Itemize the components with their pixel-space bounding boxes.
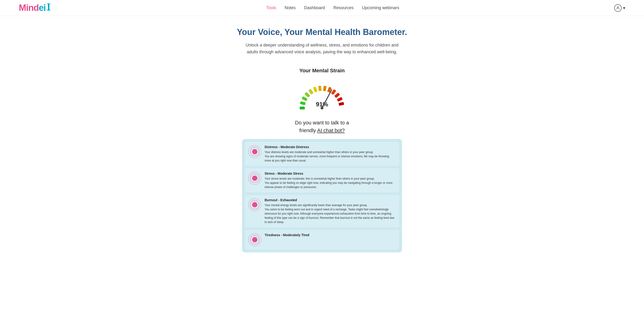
result-title-tiredness: Tiredness - Moderately Tired bbox=[264, 233, 396, 237]
hero-title: Your Voice, Your Mental Health Barometer… bbox=[5, 27, 639, 37]
result-card-distress: Distress - Moderate Distress Your distre… bbox=[245, 142, 399, 166]
svg-rect-11 bbox=[308, 89, 314, 94]
svg-point-6 bbox=[617, 6, 618, 8]
pulse-icon-burnout bbox=[248, 198, 261, 211]
result-desc1-burnout: Your mental energy levels are significan… bbox=[264, 203, 396, 207]
logo[interactable]: Mindei bbox=[19, 3, 51, 13]
svg-rect-13 bbox=[318, 85, 322, 91]
nav-notes[interactable]: Notes bbox=[284, 5, 296, 10]
result-card-burnout: Burnout - Exhausted Your mental energy l… bbox=[245, 195, 399, 227]
result-desc1-distress: Your distress levels are moderate and so… bbox=[264, 150, 396, 154]
pulse-icon-stress bbox=[248, 172, 261, 185]
gauge-section: Your Mental Strain bbox=[0, 68, 644, 115]
result-card-stress: Stress - Moderate Stress Your stress lev… bbox=[245, 168, 399, 192]
svg-rect-19 bbox=[338, 102, 344, 106]
results-container: Distress - Moderate Distress Your distre… bbox=[242, 139, 402, 252]
user-menu[interactable]: ▾ bbox=[614, 4, 625, 12]
svg-rect-10 bbox=[304, 92, 310, 98]
svg-rect-7 bbox=[300, 107, 305, 109]
gauge-label: Your Mental Strain bbox=[0, 68, 644, 74]
result-desc1-stress: Your stress levels are moderate; this is… bbox=[264, 176, 396, 181]
svg-rect-12 bbox=[313, 86, 318, 92]
gauge-container: 91% bbox=[292, 77, 352, 115]
user-chevron-icon: ▾ bbox=[623, 5, 625, 10]
svg-rect-18 bbox=[337, 97, 343, 102]
result-desc2-burnout: You seem to be feeling worn out and in u… bbox=[264, 207, 396, 224]
user-avatar-icon bbox=[614, 4, 622, 12]
hero-subtitle: Unlock a deeper understanding of wellnes… bbox=[242, 42, 402, 55]
nav-links: Tools Notes Dashboard Resources Upcoming… bbox=[266, 5, 399, 10]
nav-resources[interactable]: Resources bbox=[333, 5, 354, 10]
pulse-icon-tiredness bbox=[248, 233, 261, 246]
svg-rect-0 bbox=[48, 5, 50, 10]
chatbot-line2: friendly bbox=[299, 128, 316, 133]
lighthouse-icon bbox=[46, 3, 51, 11]
chatbot-prompt: Do you want to talk to a friendly AI cha… bbox=[0, 119, 644, 134]
result-title-stress: Stress - Moderate Stress bbox=[264, 172, 396, 175]
result-content-distress: Distress - Moderate Distress Your distre… bbox=[264, 145, 396, 163]
logo-mind: Mind bbox=[19, 3, 39, 13]
svg-rect-8 bbox=[300, 101, 306, 105]
nav-upcoming-webinars[interactable]: Upcoming webinars bbox=[362, 5, 399, 10]
nav-dashboard[interactable]: Dashboard bbox=[304, 5, 325, 10]
pulse-icon-distress bbox=[248, 145, 261, 158]
nav-tools[interactable]: Tools bbox=[266, 5, 276, 10]
logo-ei: ei bbox=[39, 3, 46, 13]
svg-rect-17 bbox=[334, 93, 340, 98]
result-content-stress: Stress - Moderate Stress Your stress lev… bbox=[264, 172, 396, 189]
svg-rect-14 bbox=[323, 86, 326, 91]
svg-rect-9 bbox=[302, 96, 308, 101]
result-desc2-distress: You are showing signs of moderate nerves… bbox=[264, 154, 396, 163]
navbar: Mindei Tools Notes Dashboard Resources U… bbox=[0, 0, 644, 16]
svg-rect-2 bbox=[47, 10, 50, 10]
hero-section: Your Voice, Your Mental Health Barometer… bbox=[0, 16, 644, 68]
result-desc2-stress: You appear to be feeling on edge right n… bbox=[264, 181, 396, 189]
result-content-tiredness: Tiredness - Moderately Tired bbox=[264, 233, 396, 238]
chatbot-link[interactable]: AI chat bot? bbox=[317, 128, 344, 133]
result-title-burnout: Burnout - Exhausted bbox=[264, 198, 396, 202]
result-card-tiredness: Tiredness - Moderately Tired bbox=[245, 230, 399, 250]
result-title-distress: Distress - Moderate Distress bbox=[264, 145, 396, 149]
gauge-svg bbox=[292, 77, 352, 115]
result-content-burnout: Burnout - Exhausted Your mental energy l… bbox=[264, 198, 396, 224]
chatbot-line1: Do you want to talk to a bbox=[295, 120, 349, 126]
gauge-percent: 91% bbox=[316, 101, 328, 108]
